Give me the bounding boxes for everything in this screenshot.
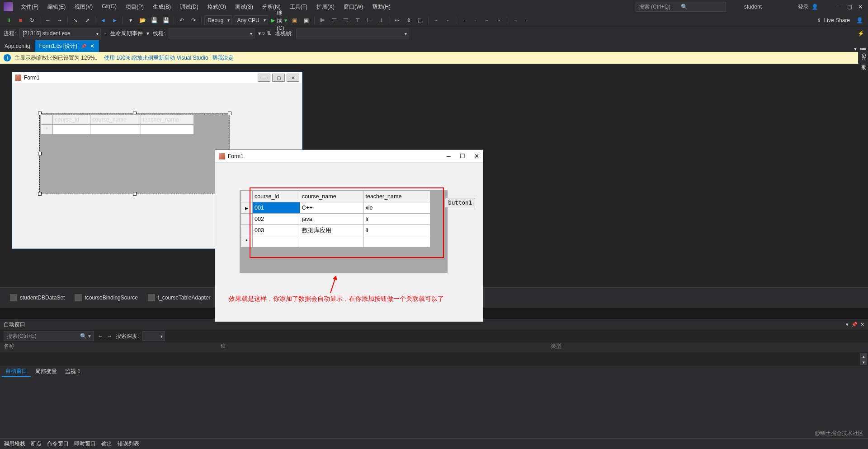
menu-view[interactable]: 视图(V)	[71, 1, 96, 13]
menu-extensions[interactable]: 扩展(X)	[313, 1, 338, 13]
process-combo[interactable]: [21316] student.exe	[19, 28, 101, 38]
col-value[interactable]: 值	[221, 342, 551, 352]
search-fwd-icon[interactable]: →	[107, 333, 112, 339]
autos-search-input[interactable]: 搜索(Ctrl+E)🔍 ▾	[4, 331, 94, 341]
tab-autos[interactable]: 自动窗口	[2, 366, 31, 377]
col-name[interactable]: 名称	[4, 342, 221, 352]
stop-icon[interactable]: ■	[15, 15, 25, 25]
table-row[interactable]: 002javali	[241, 214, 430, 225]
vtab-solution-explorer[interactable]: 解决方案资源管理器	[858, 41, 868, 48]
align-mid-icon[interactable]: ⊢	[364, 15, 374, 25]
misc4-icon[interactable]: ▫	[471, 15, 481, 25]
status-cmd[interactable]: 命令窗口	[47, 440, 69, 448]
table-row[interactable]: *	[241, 236, 430, 248]
panel-close-icon[interactable]: ✕	[860, 322, 864, 327]
menu-test[interactable]: 测试(S)	[231, 1, 257, 13]
align-center-icon[interactable]: ⫍	[329, 15, 339, 25]
search-back-icon[interactable]: ←	[98, 333, 103, 339]
restart-icon[interactable]: ↻	[27, 15, 37, 25]
step-icon[interactable]: ↘	[71, 15, 80, 25]
redo-icon[interactable]: ↷	[189, 15, 198, 25]
tab-watch[interactable]: 监视 1	[61, 367, 84, 376]
datagridview-design[interactable]: course_idcourse_nameteacher_name *	[39, 113, 230, 194]
platform-combo[interactable]: Any CPU	[234, 15, 268, 25]
menu-edit[interactable]: 编辑(E)	[44, 1, 69, 13]
misc1-icon[interactable]: ▫	[431, 15, 441, 25]
menu-file[interactable]: 文件(F)	[17, 1, 42, 13]
align-right-icon[interactable]: ⫎	[341, 15, 351, 25]
tb-a-icon[interactable]: ▣	[290, 15, 300, 25]
continue-button[interactable]: ▶ 继续(C) ▾	[274, 15, 284, 25]
tray-bindingsource[interactable]: tcourseBindingSource	[75, 294, 137, 301]
hspace-icon[interactable]: ⇔	[392, 15, 402, 25]
misc6-icon[interactable]: ▫	[494, 15, 504, 25]
runtime-datagridview[interactable]: course_idcourse_nameteacher_name 001C++x…	[240, 190, 448, 273]
nav-back-icon[interactable]: ←	[43, 15, 53, 25]
maximize-icon[interactable]: ▢	[847, 4, 854, 10]
nav-fwd-icon[interactable]: →	[55, 15, 65, 25]
panel-pin-icon[interactable]: 📌	[851, 322, 858, 327]
runtime-close-icon[interactable]: ✕	[474, 153, 479, 159]
status-breakpoints[interactable]: 断点	[31, 440, 42, 448]
misc2-icon[interactable]: ▫	[443, 15, 453, 25]
tab-locals[interactable]: 局部变量	[32, 367, 61, 376]
table-row[interactable]: 001C++xie	[241, 202, 430, 214]
pin-icon[interactable]: 📌	[81, 44, 86, 49]
tab-appconfig[interactable]: App.config	[0, 40, 35, 52]
liveshare-button[interactable]: ⇪Live Share	[817, 17, 850, 23]
vspace-icon[interactable]: ⇕	[404, 15, 414, 25]
user2-icon[interactable]: 👤	[854, 15, 864, 25]
status-callstack[interactable]: 调用堆栈	[4, 440, 25, 448]
save-icon[interactable]: 💾	[149, 15, 159, 25]
tab-form1-design[interactable]: Form1.cs [设计]📌✕	[35, 40, 99, 52]
menu-window[interactable]: 窗口(W)	[340, 1, 367, 13]
runtime-min-icon[interactable]: ─	[447, 153, 451, 159]
size-icon[interactable]: ⬚	[415, 15, 425, 25]
align-left-icon[interactable]: ⊫	[317, 15, 327, 25]
status-output[interactable]: 输出	[101, 440, 112, 448]
tb-b-icon[interactable]: ▣	[302, 15, 311, 25]
menu-build[interactable]: 生成(B)	[149, 1, 175, 13]
global-search[interactable]: 搜索 (Ctrl+Q)🔍	[636, 2, 726, 12]
menu-tools[interactable]: 工具(T)	[286, 1, 311, 13]
status-errors[interactable]: 错误列表	[118, 440, 139, 448]
runtime-max-icon[interactable]: ☐	[460, 153, 465, 159]
misc8-icon[interactable]: ▫	[522, 15, 532, 25]
runtime-form[interactable]: Form1 ─ ☐ ✕ course_idcourse_nameteacher_…	[215, 150, 483, 322]
undo-icon[interactable]: ↶	[177, 15, 187, 25]
misc5-icon[interactable]: ▫	[482, 15, 492, 25]
nav-back2-icon[interactable]: ◄	[98, 15, 108, 25]
step2-icon[interactable]: ↗	[82, 15, 92, 25]
saveall-icon[interactable]: 💾	[161, 15, 171, 25]
misc3-icon[interactable]: ▫	[459, 15, 469, 25]
open-icon[interactable]: 📂	[137, 15, 147, 25]
minimize-icon[interactable]: ─	[836, 4, 843, 10]
nav-fwd2-icon[interactable]: ►	[110, 15, 120, 25]
pause-icon[interactable]: ⏸	[4, 15, 14, 25]
menu-project[interactable]: 项目(P)	[122, 1, 147, 13]
tray-dataset[interactable]: studentDBDataSet	[10, 294, 65, 301]
menu-debug[interactable]: 调试(D)	[176, 1, 202, 13]
col-type[interactable]: 类型	[551, 342, 561, 352]
misc7-icon[interactable]: ▫	[510, 15, 520, 25]
tray-tableadapter[interactable]: t_courseTableAdapter	[148, 294, 211, 301]
tab-dropdown-icon[interactable]: ▾	[854, 46, 857, 52]
scroll-down-icon[interactable]: ▾	[860, 359, 867, 365]
align-top-icon[interactable]: ⊤	[353, 15, 363, 25]
menu-format[interactable]: 格式(O)	[204, 1, 230, 13]
new-icon[interactable]: ▾	[126, 15, 136, 25]
align-bot-icon[interactable]: ⊥	[376, 15, 386, 25]
status-immediate[interactable]: 即时窗口	[74, 440, 96, 448]
config-combo[interactable]: Debug	[204, 15, 232, 25]
info-restart-link[interactable]: 使用 100% 缩放比例重新启动 Visual Studio	[104, 54, 208, 62]
thread-combo[interactable]	[169, 28, 255, 38]
stackframe-combo[interactable]	[296, 28, 409, 38]
vtab-git-changes[interactable]: Git 更改	[858, 50, 868, 65]
panel-dropdown-icon[interactable]: ▾	[846, 322, 849, 327]
scroll-up-icon[interactable]: ▴	[860, 353, 867, 359]
menu-git[interactable]: Git(G)	[98, 1, 120, 13]
close-icon[interactable]: ✕	[858, 4, 864, 10]
button1[interactable]: button1	[445, 198, 475, 207]
menu-help[interactable]: 帮助(H)	[368, 1, 394, 13]
info-help-link[interactable]: 帮我决定	[212, 54, 234, 62]
